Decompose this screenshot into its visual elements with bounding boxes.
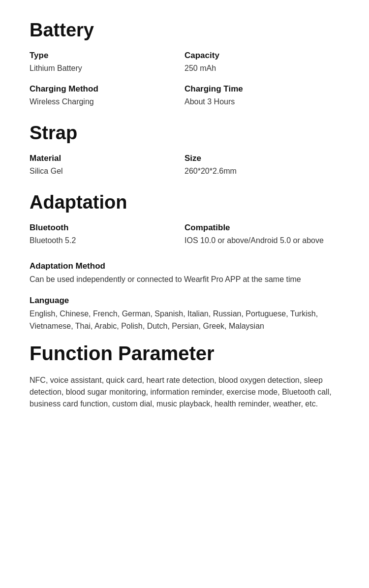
adaptation-section: Adaptation Bluetooth Bluetooth 5.2 Compa… [30,192,339,333]
strap-material-label: Material [30,154,175,163]
bluetooth-item: Bluetooth Bluetooth 5.2 [30,223,184,247]
battery-section: Battery Type Lithium Battery Capacity 25… [30,20,339,118]
bluetooth-label: Bluetooth [30,223,175,233]
compatible-label: Compatible [184,223,330,233]
strap-material-item: Material Silica Gel [30,154,184,177]
adaptation-title: Adaptation [30,192,339,213]
battery-capacity-value: 250 mAh [184,62,330,74]
function-parameter-value: NFC, voice assistant, quick card, heart … [30,374,339,410]
bluetooth-value: Bluetooth 5.2 [30,235,175,247]
battery-capacity-item: Capacity 250 mAh [184,51,339,74]
battery-type-value: Lithium Battery [30,62,175,74]
adaptation-method-value: Can be used independently or connected t… [30,273,339,286]
compatible-value: IOS 10.0 or above/Android 5.0 or above [184,235,330,247]
strap-size-item: Size 260*20*2.6mm [184,154,339,177]
charging-method-item: Charging Method Wireless Charging [30,84,184,108]
charging-time-item: Charging Time About 3 Hours [184,84,339,108]
function-parameter-section: Function Parameter NFC, voice assistant,… [30,342,339,410]
strap-size-label: Size [184,154,330,163]
adaptation-method-item: Adaptation Method Can be used independen… [30,261,339,286]
language-item: Language English, Chinese, French, Germa… [30,296,339,333]
function-parameter-title: Function Parameter [30,342,339,365]
adaptation-method-label: Adaptation Method [30,261,339,271]
language-label: Language [30,296,339,306]
battery-specs-grid: Type Lithium Battery Capacity 250 mAh Ch… [30,51,339,118]
strap-material-value: Silica Gel [30,165,175,177]
charging-time-value: About 3 Hours [184,96,330,108]
strap-title: Strap [30,123,339,144]
battery-type-item: Type Lithium Battery [30,51,184,74]
charging-method-label: Charging Method [30,84,175,94]
language-value: English, Chinese, French, German, Spanis… [30,308,339,333]
battery-title: Battery [30,20,339,41]
charging-method-value: Wireless Charging [30,96,175,108]
strap-specs-grid: Material Silica Gel Size 260*20*2.6mm [30,154,339,187]
strap-section: Strap Material Silica Gel Size 260*20*2.… [30,123,339,187]
strap-size-value: 260*20*2.6mm [184,165,330,177]
compatible-item: Compatible IOS 10.0 or above/Android 5.0… [184,223,339,247]
battery-capacity-label: Capacity [184,51,330,61]
charging-time-label: Charging Time [184,84,330,94]
adaptation-paired-grid: Bluetooth Bluetooth 5.2 Compatible IOS 1… [30,223,339,256]
battery-type-label: Type [30,51,175,61]
